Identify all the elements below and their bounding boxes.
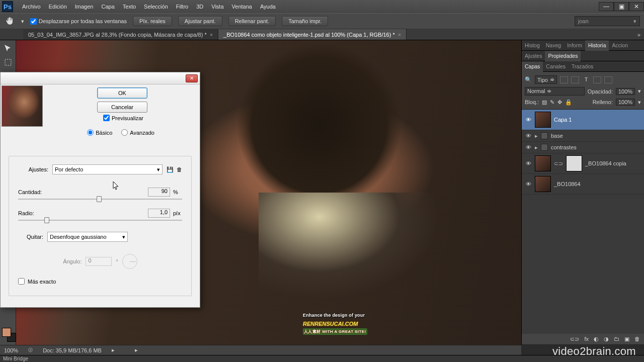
lock-all-icon[interactable]: 🔒 — [565, 99, 572, 106]
print-size-button[interactable]: Tamaño impr. — [282, 16, 328, 26]
layer-name[interactable]: _BO10864 copia — [585, 160, 626, 166]
group-disclosure-icon[interactable]: ▸ — [535, 133, 538, 139]
menu-texto[interactable]: Texto — [119, 0, 140, 13]
mini-bridge-tab[interactable]: Mini Bridge — [0, 355, 644, 362]
group-disclosure-icon[interactable]: ▸ — [535, 144, 538, 151]
chevron-down-icon[interactable]: ▾ — [638, 99, 641, 106]
search-icon[interactable]: 🔍 — [525, 76, 532, 83]
menu-vista[interactable]: Vista — [207, 0, 227, 13]
opacity-field[interactable]: 100% — [616, 88, 635, 95]
preview-checkbox[interactable]: Previsualizar — [103, 115, 143, 121]
layer-style-icon[interactable]: fx — [584, 336, 589, 342]
zoom-level[interactable]: 100% — [4, 347, 18, 353]
new-group-icon[interactable]: 🗀 — [614, 336, 619, 342]
scroll-all-windows-checkbox[interactable]: Desplazarse por todas las ventanas — [30, 18, 127, 25]
layer-row[interactable]: 👁 ▸ contrastes — [522, 142, 644, 153]
filter-adjust-icon[interactable] — [571, 76, 579, 83]
amount-field[interactable]: 90 — [148, 188, 170, 197]
menu-capa[interactable]: Capa — [97, 0, 118, 13]
layer-filter-kind[interactable]: Tipo ≑ — [535, 75, 557, 84]
menu-filtro[interactable]: Filtro — [172, 0, 192, 13]
document-tab-2[interactable]: _BO10864 como objeto inteligente-1.psd a… — [218, 29, 407, 40]
tab-actions[interactable]: Accion — [609, 40, 631, 51]
layer-row[interactable]: 👁 ▸ base — [522, 130, 644, 142]
marquee-tool-icon[interactable] — [2, 56, 14, 68]
lock-transparency-icon[interactable]: ▨ — [542, 99, 547, 106]
visibility-toggle-icon[interactable]: 👁 — [525, 116, 532, 123]
layer-name[interactable]: _BO10864 — [554, 181, 581, 187]
menu-seleccion[interactable]: Selección — [140, 0, 172, 13]
dialog-titlebar[interactable]: ✕ — [1, 72, 200, 84]
dialog-preview-thumbnail[interactable] — [2, 85, 43, 127]
slider-handle[interactable] — [44, 217, 49, 223]
menu-ventana[interactable]: Ventana — [228, 0, 256, 13]
remove-select[interactable]: Desenfoque gaussiano▾ — [47, 232, 128, 242]
lock-position-icon[interactable]: ✥ — [557, 99, 562, 106]
visibility-toggle-icon[interactable]: 👁 — [525, 132, 532, 139]
visibility-toggle-icon[interactable]: 👁 — [525, 160, 532, 167]
filter-pixel-icon[interactable] — [560, 76, 568, 83]
delete-preset-icon[interactable]: 🗑 — [177, 166, 182, 173]
tab-overflow-button[interactable]: » — [634, 29, 644, 40]
workspace-switcher[interactable]: joan▾ — [575, 16, 640, 26]
cancel-button[interactable]: Cancelar — [97, 102, 147, 113]
new-layer-icon[interactable]: ▣ — [624, 336, 629, 342]
menu-3d[interactable]: 3D — [192, 0, 207, 13]
tab-history[interactable]: Historia — [585, 40, 609, 51]
dialog-close-button[interactable]: ✕ — [186, 74, 198, 82]
timeline-play-icon[interactable]: ▸ — [135, 347, 138, 353]
lock-pixels-icon[interactable]: ✎ — [550, 99, 554, 106]
tab-paths[interactable]: Trazados — [569, 61, 596, 72]
radius-slider[interactable] — [18, 220, 182, 221]
fill-screen-button[interactable]: Rellenar pant. — [228, 16, 276, 26]
filter-type-icon[interactable]: T — [582, 76, 590, 83]
amount-slider[interactable] — [18, 199, 182, 200]
menu-archivo[interactable]: Archivo — [18, 0, 45, 13]
foreground-color[interactable] — [2, 328, 11, 337]
menu-ayuda[interactable]: Ayuda — [256, 0, 280, 13]
chevron-down-icon[interactable]: ▾ — [638, 88, 641, 95]
fit-screen-button[interactable]: Ajustar pant. — [178, 16, 222, 26]
layer-name[interactable]: Capa 1 — [554, 117, 572, 123]
tab-channels[interactable]: Canales — [543, 61, 569, 72]
tab-histogram[interactable]: Histog — [522, 40, 543, 51]
close-button[interactable]: ✕ — [629, 2, 644, 11]
menu-imagen[interactable]: Imagen — [71, 0, 98, 13]
status-disclosure-icon[interactable]: ▸ — [112, 347, 115, 353]
advanced-radio[interactable]: Avanzado — [121, 129, 154, 136]
filter-shape-icon[interactable] — [593, 76, 601, 83]
menu-edicion[interactable]: Edición — [45, 0, 71, 13]
link-layers-icon[interactable]: ⊂⊃ — [570, 336, 579, 342]
document-tab-1[interactable]: 05_03_04_IMG_3857.JPG al 28,3% (Fondo co… — [23, 29, 218, 40]
maximize-button[interactable]: ▣ — [614, 2, 629, 11]
radius-field[interactable]: 1,0 — [148, 209, 170, 218]
layer-name[interactable]: contrastes — [551, 144, 577, 150]
tab-layers[interactable]: Capas — [522, 61, 543, 72]
more-accurate-checkbox[interactable]: Más exacto — [18, 278, 182, 285]
visibility-toggle-icon[interactable]: 👁 — [525, 180, 532, 188]
layer-row[interactable]: 👁 Capa 1 — [522, 110, 644, 130]
blend-mode-select[interactable]: Normal ≑ — [525, 87, 585, 96]
presets-select[interactable]: Por defecto▾ — [52, 164, 163, 174]
delete-layer-icon[interactable]: 🗑 — [634, 336, 640, 342]
color-swatch[interactable] — [2, 328, 16, 342]
tab-adjustments[interactable]: Ajustes — [522, 51, 545, 61]
tab-navigator[interactable]: Naveg — [543, 40, 564, 51]
minimize-button[interactable]: ― — [599, 2, 614, 11]
layer-mask-icon[interactable]: ◐ — [594, 336, 599, 342]
layer-row[interactable]: 👁 ⊂⊃ _BO10864 copia — [522, 153, 644, 174]
slider-handle[interactable] — [97, 196, 102, 202]
actual-pixels-button[interactable]: Píx. reales — [133, 16, 172, 26]
hand-tool-icon[interactable] — [4, 16, 15, 27]
layer-row[interactable]: 👁 _BO10864 — [522, 174, 644, 195]
status-preview-icon[interactable]: ⦾ — [28, 347, 33, 353]
tool-preset-dropdown-icon[interactable]: ▾ — [21, 18, 24, 25]
visibility-toggle-icon[interactable]: 👁 — [525, 144, 532, 151]
layer-name[interactable]: base — [551, 133, 563, 139]
close-tab-icon[interactable]: × — [398, 32, 401, 38]
filter-smart-icon[interactable] — [604, 76, 612, 83]
close-tab-icon[interactable]: × — [210, 32, 213, 38]
ok-button[interactable]: OK — [97, 87, 147, 99]
tab-properties[interactable]: Propiedades — [545, 51, 581, 61]
save-preset-icon[interactable]: 💾 — [167, 166, 174, 173]
